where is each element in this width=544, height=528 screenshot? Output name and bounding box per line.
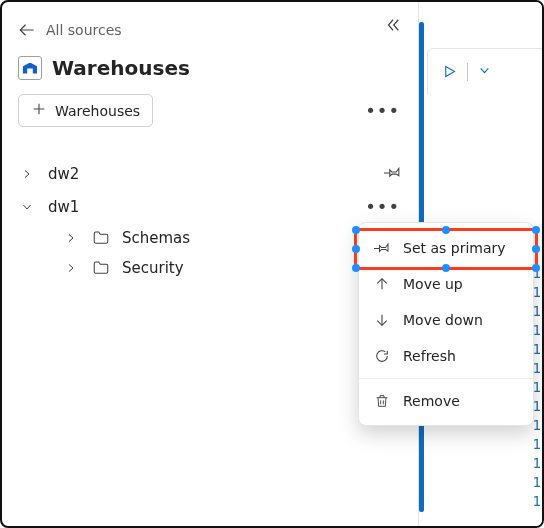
breadcrumb[interactable]: All sources (46, 22, 122, 38)
folder-icon (92, 259, 110, 277)
tree-item-label: dw2 (48, 165, 79, 183)
item-more-icon[interactable]: ••• (365, 196, 402, 217)
tree-item-label: Security (122, 259, 184, 277)
explorer-sidebar: All sources Warehouses Warehouses ••• (2, 2, 419, 526)
add-warehouse-button[interactable]: Warehouses (18, 94, 153, 127)
add-warehouse-label: Warehouses (55, 103, 140, 119)
play-icon[interactable] (442, 64, 457, 79)
page-title: Warehouses (52, 56, 190, 80)
tree-item-security[interactable]: Security (18, 253, 402, 283)
pin-icon[interactable] (384, 163, 402, 184)
menu-item-set-primary[interactable]: Set as primary (359, 229, 533, 266)
menu-item-label: Move up (403, 276, 463, 292)
back-arrow-icon[interactable] (18, 21, 36, 39)
menu-item-move-down[interactable]: Move down (359, 302, 533, 338)
tree-item-schemas[interactable]: Schemas (18, 223, 402, 253)
menu-separator (359, 378, 533, 379)
arrow-down-icon (373, 312, 391, 328)
tree-item-dw2[interactable]: dw2 (18, 157, 402, 190)
chevron-down-icon[interactable] (478, 64, 491, 80)
divider (467, 63, 468, 81)
menu-item-label: Set as primary (403, 240, 506, 256)
warehouse-icon (18, 56, 42, 80)
folder-icon (92, 229, 110, 247)
menu-item-remove[interactable]: Remove (359, 383, 533, 419)
chevron-right-icon (18, 168, 36, 180)
menu-item-label: Refresh (403, 348, 456, 364)
tree-item-label: Schemas (122, 229, 190, 247)
menu-item-label: Move down (403, 312, 483, 328)
line-number: 1 (533, 492, 541, 511)
menu-item-move-up[interactable]: Move up (359, 266, 533, 302)
arrow-up-icon (373, 276, 391, 292)
warehouse-tree: dw2 dw1 ••• (18, 157, 402, 283)
collapse-panel-icon[interactable] (384, 16, 402, 37)
run-toolbar (427, 48, 542, 94)
refresh-icon (373, 348, 391, 364)
menu-item-label: Remove (403, 393, 460, 409)
tree-item-label: dw1 (48, 198, 79, 216)
line-number: 1 (533, 435, 541, 454)
context-menu: Set as primary Move up Move down Refresh… (358, 222, 534, 426)
tree-item-dw1[interactable]: dw1 ••• (18, 190, 402, 223)
plus-icon (31, 101, 47, 120)
pin-icon (373, 239, 391, 256)
menu-item-refresh[interactable]: Refresh (359, 338, 533, 374)
line-number: 1 (533, 454, 541, 473)
chevron-right-icon (62, 232, 80, 244)
line-number: 1 (533, 473, 541, 492)
chevron-right-icon (62, 262, 80, 274)
toolbar-more-icon[interactable]: ••• (363, 96, 402, 125)
chevron-down-icon (18, 201, 36, 213)
trash-icon (373, 393, 391, 409)
